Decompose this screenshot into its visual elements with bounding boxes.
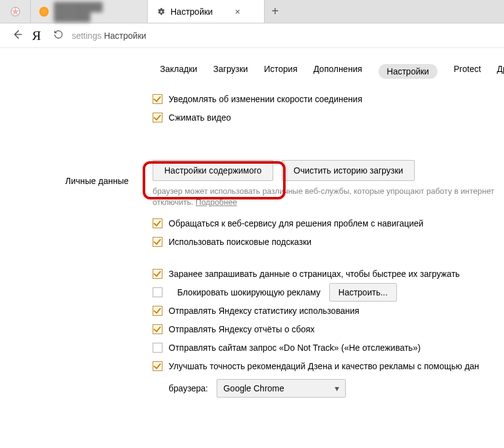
- default-browser-label: браузера:: [169, 383, 208, 393]
- row-shock-ads: Блокировать шокирующую рекламу Настроить…: [153, 283, 500, 302]
- services-hint: браузер может использовать различные веб…: [153, 186, 500, 208]
- nav-downloads[interactable]: Загрузки: [214, 64, 248, 79]
- settings-nav: Закладки Загрузки История Дополнения Нас…: [0, 48, 504, 90]
- browser-tab-other[interactable]: ████████ ██████: [31, 0, 148, 23]
- row-nav-service: Обращаться к веб-сервису для решения про…: [153, 214, 500, 233]
- checkbox-usage-stats[interactable]: [153, 306, 162, 316]
- configure-ads-button[interactable]: Настроить...: [329, 283, 397, 302]
- checkbox-conn-speed[interactable]: [153, 94, 162, 104]
- nav-protect[interactable]: Protect: [454, 64, 481, 79]
- nav-addons[interactable]: Дополнения: [313, 64, 362, 79]
- hint-more-link[interactable]: Подробнее: [196, 198, 237, 207]
- browser-tab-settings[interactable]: Настройки ×: [148, 0, 265, 23]
- row-dnt: Отправлять сайтам запрос «Do Not Track» …: [153, 338, 500, 357]
- row-suggest: Использовать поисковые подсказки: [153, 233, 500, 251]
- checkbox-crash-reports[interactable]: [153, 324, 162, 334]
- hint-line2: отключить.: [153, 198, 193, 207]
- checkbox-compress-video[interactable]: [153, 113, 162, 122]
- browser-tab-pinned-1[interactable]: [0, 0, 31, 23]
- favicon-icon: [39, 7, 49, 17]
- row-zen-quality: Улучшать точность рекомендаций Дзена и к…: [153, 357, 500, 375]
- label-usage-stats: Отправлять Яндексу статистику использова…: [169, 306, 359, 316]
- settings-content: Личные данные Уведомлять об изменении ск…: [0, 90, 504, 398]
- row-conn-speed: Уведомлять об изменении скорости соедине…: [153, 90, 500, 108]
- label-nav-service: Обращаться к веб-сервису для решения про…: [169, 218, 423, 228]
- checkbox-shock-ads[interactable]: [153, 287, 162, 297]
- url-title: Настройки: [104, 31, 146, 41]
- hint-line1: браузер может использовать различные веб…: [153, 186, 494, 196]
- nav-bookmarks[interactable]: Закладки: [160, 64, 198, 79]
- checkbox-suggest[interactable]: [153, 237, 162, 247]
- section-personal-data: Личные данные: [65, 176, 129, 186]
- label-zen-quality: Улучшать точность рекомендаций Дзена и к…: [169, 361, 479, 371]
- tab-title-settings: Настройки: [170, 7, 213, 17]
- row-compress-video: Сжимать видео: [153, 108, 500, 127]
- nav-history[interactable]: История: [264, 64, 297, 79]
- label-conn-speed: Уведомлять об изменении скорости соедине…: [169, 94, 362, 104]
- omnibox[interactable]: settingsНастройки: [72, 31, 146, 41]
- row-prefetch: Заранее запрашивать данные о страницах, …: [153, 265, 500, 283]
- checkbox-nav-service[interactable]: [153, 218, 162, 228]
- address-bar: Я settingsНастройки: [0, 23, 504, 48]
- label-dnt: Отправлять сайтам запрос «Do Not Track» …: [169, 343, 420, 353]
- checkbox-zen-quality[interactable]: [153, 361, 162, 371]
- row-default-browser: браузера: Google Chrome ▾: [153, 379, 500, 398]
- label-suggest: Использовать поисковые подсказки: [169, 237, 311, 247]
- label-shock-ads: Блокировать шокирующую рекламу: [177, 287, 321, 297]
- label-compress-video: Сжимать видео: [169, 113, 231, 122]
- checkbox-dnt[interactable]: [153, 343, 162, 353]
- nav-settings[interactable]: Настройки: [378, 64, 438, 79]
- row-buttons: Настройки содержимого Очистить историю з…: [153, 160, 500, 181]
- favicon-icon: [10, 7, 20, 17]
- default-browser-value: Google Chrome: [223, 383, 284, 393]
- tab-title-other: ████████ ██████: [54, 2, 138, 22]
- row-usage-stats: Отправлять Яндексу статистику использова…: [153, 302, 500, 320]
- checkbox-prefetch[interactable]: [153, 269, 162, 279]
- nav-other[interactable]: Другие ус: [497, 64, 504, 79]
- new-tab-button[interactable]: +: [265, 0, 286, 23]
- browser-tab-strip: ████████ ██████ Настройки × +: [0, 0, 504, 23]
- label-crash-reports: Отправлять Яндексу отчёты о сбоях: [169, 324, 314, 334]
- gear-icon: [156, 7, 166, 16]
- url-scheme: settings: [72, 31, 102, 41]
- row-crash-reports: Отправлять Яндексу отчёты о сбоях: [153, 320, 500, 338]
- default-browser-select[interactable]: Google Chrome ▾: [217, 379, 346, 398]
- close-tab-icon[interactable]: ×: [235, 6, 241, 17]
- clear-download-history-button[interactable]: Очистить историю загрузки: [282, 160, 415, 181]
- content-settings-button[interactable]: Настройки содержимого: [153, 160, 273, 181]
- reload-button[interactable]: [54, 30, 63, 41]
- label-prefetch: Заранее запрашивать данные о страницах, …: [169, 269, 460, 279]
- chevron-down-icon: ▾: [335, 383, 339, 393]
- back-button[interactable]: [11, 28, 23, 42]
- yandex-logo[interactable]: Я: [32, 28, 45, 44]
